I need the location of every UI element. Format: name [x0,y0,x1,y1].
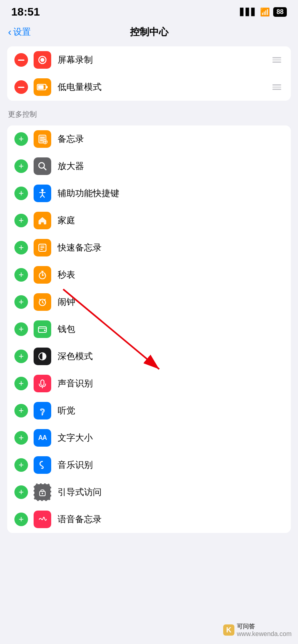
list-item-voice-memo: + 语音备忘录 [7,506,291,533]
add-notes-button[interactable]: + [14,132,28,146]
dark-mode-label: 深色模式 [58,350,284,362]
voice-memo-label: 语音备忘录 [58,513,284,525]
list-item-shazam: + 音乐识别 [7,451,291,479]
sound-recognition-label: 声音识别 [58,378,284,390]
svg-point-1 [40,58,44,62]
list-item-notes: + 备忘录 [7,125,291,153]
add-alarm-button[interactable]: + [14,295,28,309]
quick-notes-label: 快速备忘录 [58,242,284,254]
text-size-icon: AA [34,429,51,447]
dark-mode-icon [34,348,51,365]
list-item-alarm: + 闹钟 [7,288,291,316]
svg-line-13 [44,168,46,170]
signal-icon: ▋▋▋ [240,8,257,16]
watermark-url: www.kewenda.com [237,630,292,638]
svg-line-18 [42,195,44,197]
svg-line-17 [40,195,42,197]
list-item-dark-mode: + 深色模式 [7,343,291,370]
add-magnifier-button[interactable]: + [14,159,28,173]
svg-rect-34 [41,380,44,386]
accessibility-icon [34,185,51,202]
status-bar: 18:51 ▋▋▋ 📶 88 [0,0,298,22]
remove-low-power-button[interactable] [14,80,28,94]
wallet-label: 钱包 [58,323,284,335]
included-controls-section: 屏幕录制 低电量模式 [7,46,291,101]
list-item-stopwatch: + 秒表 [7,261,291,288]
nav-bar: ‹ 设置 控制中心 [0,22,298,43]
home-icon [34,212,51,229]
add-shazam-button[interactable]: + [14,458,28,472]
voice-memo-icon [34,511,51,528]
quick-notes-icon [34,239,51,256]
add-accessibility-button[interactable]: + [14,187,28,200]
battery-indicator: 88 [273,7,287,17]
more-controls-header: 更多控制 [0,104,298,122]
add-voice-memo-button[interactable]: + [14,513,28,526]
list-item-wallet: + 钱包 [7,316,291,343]
back-chevron-icon: ‹ [8,27,12,37]
svg-line-27 [42,302,44,303]
list-item-sound-recognition: + 声音识别 [7,370,291,397]
remove-screen-record-button[interactable] [14,53,28,67]
notes-icon [34,130,51,148]
alarm-label: 闹钟 [58,296,284,308]
add-hearing-button[interactable]: + [14,404,28,417]
svg-rect-4 [38,85,44,89]
shazam-icon [34,456,51,474]
svg-point-36 [42,414,43,415]
notes-label: 备忘录 [58,133,284,145]
list-item-text-size: + AA 文字大小 [7,424,291,451]
low-power-icon [34,78,51,96]
page-title: 控制中心 [130,26,168,38]
list-item-screen-record: 屏幕录制 [7,46,291,74]
add-quick-notes-button[interactable]: + [14,241,28,254]
watermark-logo: K [223,624,234,636]
list-item-home: + 家庭 [7,207,291,234]
text-size-label: 文字大小 [58,432,284,444]
svg-point-32 [44,330,46,331]
list-item-magnifier: + 放大器 [7,153,291,180]
add-text-size-button[interactable]: + [14,431,28,445]
sound-recognition-icon [34,375,51,392]
add-dark-mode-button[interactable]: + [14,350,28,363]
wallet-icon [34,320,51,338]
more-controls-section: + 备忘录 + [7,125,291,533]
low-power-label: 低电量模式 [58,81,270,93]
hearing-icon [34,402,51,419]
accessibility-label: 辅助功能快捷键 [58,187,284,199]
guided-access-label: 引导式访问 [58,486,284,498]
add-sound-recognition-button[interactable]: + [14,377,28,390]
status-time: 18:51 [11,6,40,18]
home-label: 家庭 [58,215,284,227]
list-item-guided-access: + 引导式访问 [7,479,291,506]
list-item-low-power: 低电量模式 [7,74,291,101]
wifi-icon: 📶 [260,7,270,17]
add-stopwatch-button[interactable]: + [14,268,28,282]
watermark: K 可问答 www.kewenda.com [223,623,292,638]
magnifier-icon [34,157,51,175]
status-icons: ▋▋▋ 📶 88 [240,7,287,17]
list-item-quick-notes: + 快速备忘录 [7,234,291,261]
guided-access-icon [34,483,51,501]
list-item-accessibility: + 辅助功能快捷键 [7,180,291,207]
magnifier-label: 放大器 [58,160,284,172]
back-label: 设置 [13,26,31,38]
list-item-hearing: + 听觉 [7,397,291,424]
svg-point-38 [42,493,43,494]
add-guided-access-button[interactable]: + [14,485,28,499]
stopwatch-icon [34,266,51,284]
svg-rect-3 [46,86,48,88]
alarm-icon [34,293,51,311]
screen-record-drag-handle[interactable] [270,55,284,65]
back-button[interactable]: ‹ 设置 [8,26,31,38]
low-power-drag-handle[interactable] [270,82,284,92]
svg-rect-30 [38,327,46,332]
shazam-label: 音乐识别 [58,459,284,471]
add-wallet-button[interactable]: + [14,322,28,336]
watermark-site: 可问答 [237,623,292,630]
stopwatch-label: 秒表 [58,269,284,281]
hearing-label: 听觉 [58,405,284,417]
add-home-button[interactable]: + [14,214,28,227]
screen-record-icon [34,51,51,69]
screen-record-label: 屏幕录制 [58,54,270,66]
